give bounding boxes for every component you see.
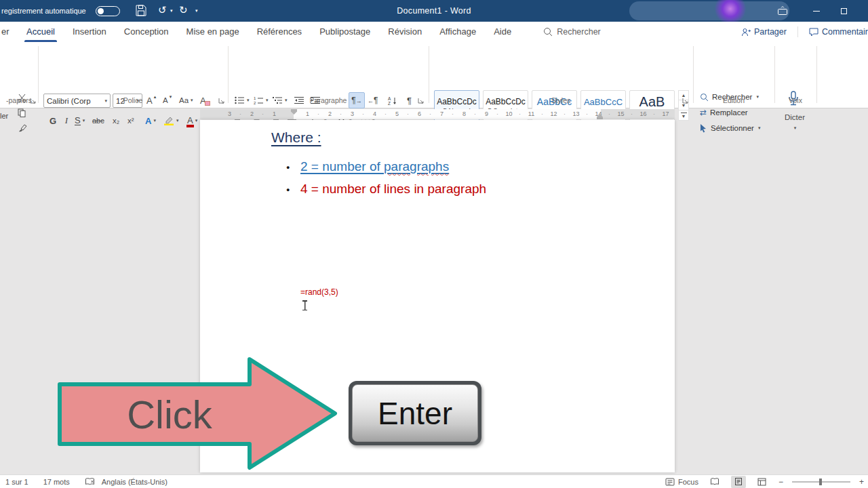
- share-button[interactable]: Partager: [741, 27, 787, 37]
- ruler-tick: 1: [263, 110, 285, 117]
- print-layout-button[interactable]: [731, 476, 746, 488]
- select-button[interactable]: Sélectionner ▾: [700, 121, 760, 135]
- ruler-tick: 6: [408, 110, 431, 117]
- focus-button[interactable]: Focus: [665, 478, 698, 486]
- focus-icon: [665, 478, 675, 486]
- maximize-icon: [841, 8, 847, 14]
- editing-group-label: Édition: [693, 96, 774, 104]
- comments-button[interactable]: Commentair: [809, 27, 868, 37]
- search-icon: [543, 27, 553, 37]
- chevron-down-icon: ▾: [758, 125, 761, 131]
- ribbon-tab-row: er AccueilInsertionConceptionMise en pag…: [0, 22, 868, 42]
- bullet-text-main: 2 = number of: [300, 159, 384, 174]
- ribbon-tab[interactable]: Mise en page: [178, 22, 248, 42]
- ribbon-tab[interactable]: Affichage: [431, 22, 485, 42]
- divider: [429, 46, 429, 103]
- bullet-item: 2 = number of paragraphs: [286, 159, 486, 174]
- ruler-tick: 15: [610, 110, 632, 117]
- ruler-tick: 13: [565, 110, 587, 117]
- search-label: Rechercher: [557, 27, 601, 37]
- ruler-tick: 5: [386, 110, 408, 117]
- recording-overlay: [629, 1, 789, 20]
- page-count-label: 1 sur 1: [5, 478, 28, 486]
- ruler-tick: 8: [453, 110, 475, 117]
- ruler-left-ticks: 321: [218, 110, 285, 117]
- zoom-in-icon[interactable]: +: [859, 477, 864, 487]
- divider: [774, 46, 775, 103]
- chevron-down-icon: ▾: [794, 125, 797, 131]
- ribbon-tab[interactable]: Insertion: [64, 22, 115, 42]
- enter-key-face: Enter: [352, 384, 478, 442]
- divider: [228, 46, 229, 103]
- zoom-out-icon[interactable]: −: [778, 477, 783, 487]
- enter-key-label: Enter: [378, 395, 452, 432]
- divider: [816, 46, 817, 103]
- ribbon-tab[interactable]: Aide: [485, 22, 520, 42]
- status-bar: 1 sur 1 17 mots Anglais (États-Unis) Foc…: [0, 474, 868, 488]
- ruler-tick: 3: [341, 110, 363, 117]
- ribbon: ler -papiers Calibri (Corp▾ 12▾ A▴ A▾ Aa…: [0, 42, 868, 108]
- recording-indicator: [715, 0, 746, 24]
- ruler-tick: 4: [363, 110, 386, 117]
- horizontal-ruler: 321 1234567891011121314151617: [0, 108, 868, 120]
- zoom-slider[interactable]: [792, 481, 850, 483]
- rand-command-text: =rand(3,5): [300, 287, 338, 297]
- file-tab-clipped[interactable]: er: [1, 26, 9, 37]
- zoom-slider-thumb[interactable]: [819, 479, 822, 485]
- word-count[interactable]: 17 mots: [43, 478, 70, 486]
- read-mode-icon: [710, 478, 719, 485]
- comments-label: Commentair: [822, 27, 868, 37]
- ruler-tick: 3: [218, 110, 241, 117]
- ribbon-tab[interactable]: Références: [248, 22, 311, 42]
- web-layout-button[interactable]: [755, 476, 770, 488]
- cursor-arrow-icon: [700, 124, 707, 133]
- share-label: Partager: [754, 27, 787, 37]
- minimize-button[interactable]: [804, 0, 829, 22]
- clipboard-dialog-launcher-icon[interactable]: [30, 98, 37, 104]
- paragraph-group-label: Paragraphe: [228, 96, 429, 104]
- ruler-tick: 16: [632, 110, 654, 117]
- ruler-tick: 2: [319, 110, 341, 117]
- ribbon-tab[interactable]: Accueil: [18, 22, 64, 42]
- ribbon-tab[interactable]: Révision: [379, 22, 431, 42]
- ibeam-cursor-icon: [302, 300, 308, 310]
- ribbon-display-options-icon[interactable]: [777, 5, 788, 16]
- ruler-tick: 2: [241, 110, 263, 117]
- select-label: Sélectionner: [711, 124, 754, 132]
- word-count-label: 17 mots: [43, 478, 70, 486]
- maximize-button[interactable]: [831, 0, 856, 22]
- paintbrush-icon: [18, 123, 26, 132]
- format-painter-button[interactable]: [18, 121, 26, 134]
- ribbon-tab[interactable]: Publipostage: [311, 22, 379, 42]
- ribbon-tab[interactable]: Conception: [115, 22, 178, 42]
- bullet-text-main: 4 = number of lines in paragraph: [300, 182, 486, 196]
- minimize-icon: [813, 11, 820, 12]
- share-icon: [741, 28, 751, 37]
- divider: [38, 46, 39, 103]
- font-group-label: Police: [38, 96, 228, 104]
- web-layout-icon: [757, 478, 766, 486]
- dictate-chevron-icon[interactable]: ▾: [789, 121, 800, 135]
- bullet-text: 4 = number of lines in paragraph: [300, 182, 486, 196]
- font-dialog-launcher-icon[interactable]: [218, 98, 225, 104]
- styles-group-label: Styles: [429, 96, 693, 104]
- ruler-tick: 10: [498, 110, 520, 117]
- bullet-text: 2 = number of paragraphs: [300, 159, 449, 174]
- language-label: Anglais (États-Unis): [102, 478, 167, 486]
- page-count[interactable]: 1 sur 1: [5, 478, 28, 486]
- print-layout-icon: [734, 477, 743, 486]
- language-status[interactable]: Anglais (États-Unis): [102, 478, 167, 486]
- enter-key-graphic: Enter: [349, 381, 481, 445]
- doc-heading: Where :: [271, 129, 321, 146]
- divider: [797, 26, 798, 37]
- ruler-track: 321 1234567891011121314151617: [200, 109, 675, 119]
- tabrow-right: Partager Commentair: [741, 26, 868, 37]
- search-control[interactable]: Rechercher: [543, 27, 601, 37]
- styles-dialog-launcher-icon[interactable]: [682, 98, 689, 104]
- voice-group-label: Voix: [774, 96, 816, 104]
- word-window: registrement automatique ↺ ▾ ↻ ▾ Documen…: [0, 0, 868, 488]
- read-mode-button[interactable]: [707, 476, 722, 488]
- proofing-status[interactable]: [85, 478, 95, 485]
- paragraph-dialog-launcher-icon[interactable]: [418, 98, 425, 104]
- statusbar-right: Focus − +: [665, 476, 868, 488]
